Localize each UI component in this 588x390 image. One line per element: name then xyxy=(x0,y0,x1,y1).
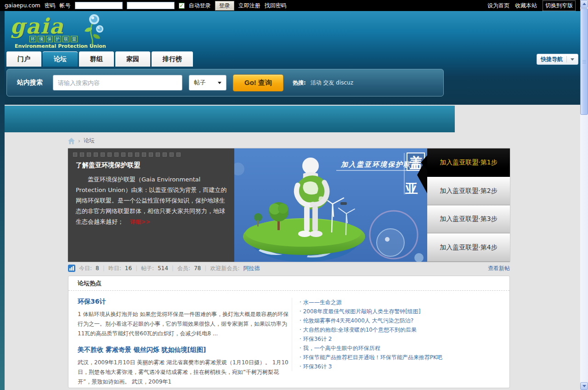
home-icon[interactable] xyxy=(68,138,75,144)
hot-topic-link[interactable]: 2008年度最佳气候图片敲响人类生存警钟[组图] xyxy=(303,308,421,315)
hot-topic-link[interactable]: 我，一个高中生眼中的环保历程 xyxy=(303,345,380,351)
topbar: gaiaepu.com 密码 帐号 ✓ 自动登录 登录 立即注册 找回密码 设为… xyxy=(0,0,580,11)
hot-topic-link[interactable]: 伦敦烟雾事件4天死4000人 大气污染怎防治? xyxy=(303,317,413,324)
hot-topic-link[interactable]: 大自然的抱怨:全球变暖的10个意想不到的后果 xyxy=(303,327,417,333)
slider-dot[interactable] xyxy=(101,153,105,157)
slider-dot[interactable] xyxy=(87,153,91,157)
members-count: 78 xyxy=(194,265,201,271)
login-button[interactable]: 登录 xyxy=(215,1,234,11)
list-item: 水——生命之源 xyxy=(300,298,501,307)
chevron-down-icon xyxy=(218,82,221,86)
hot-search-keywords[interactable]: 活动 交友 discuz xyxy=(311,79,353,86)
account-label: 帐号 xyxy=(60,2,71,10)
hot-topic-link[interactable]: 环保节能产品推荐栏目开通啦！环保节能产品来推荐PK吧 xyxy=(303,354,442,361)
breadcrumb-forum[interactable]: 论坛 xyxy=(84,137,95,145)
set-home-link[interactable]: 设为首页 xyxy=(487,2,509,10)
main-nav: 门户 论坛 群组 家园 排行榜 快捷导航 xyxy=(6,51,578,67)
article-summary: 武汉，2009年1月10日 美丽的雾凇 湖北省襄樊市的雾凇景观（1月10日摄）。… xyxy=(78,358,290,387)
tab-portal[interactable]: 门户 xyxy=(6,51,41,67)
vertical-scrollbar[interactable] xyxy=(580,0,588,390)
site-link[interactable]: gaiaepu.com xyxy=(5,2,40,9)
tab-ranking[interactable]: 排行榜 xyxy=(152,51,193,67)
divider: | xyxy=(136,265,137,271)
scrollbar-thumb[interactable] xyxy=(580,8,588,115)
tab-forum[interactable]: 论坛 xyxy=(43,51,78,67)
banner-title: 了解盖亚环境保护联盟 xyxy=(76,161,227,170)
account-input[interactable] xyxy=(75,2,123,9)
slider-dot[interactable] xyxy=(128,153,132,157)
search-label: 站内搜索 xyxy=(17,79,43,87)
slider-dot[interactable] xyxy=(80,153,84,157)
hotspot-link-list: 水——生命之源 2008年度最佳气候图片敲响人类生存警钟[组图] 伦敦烟雾事件4… xyxy=(292,298,501,371)
hot-topic-link[interactable]: 环保36计 3 xyxy=(303,363,332,370)
auto-login-checkbox[interactable]: ✓ xyxy=(179,3,185,9)
banner-step-tabs: 加入盖亚联盟·第1步 加入盖亚联盟·第2步 加入盖亚联盟·第3步 加入盖亚联盟·… xyxy=(427,148,510,262)
list-item: 环保节能产品推荐栏目开通啦！环保节能产品来推荐PK吧 xyxy=(300,353,501,362)
yesterday-count: 16 xyxy=(125,265,132,271)
join-step-2-button[interactable]: 加入盖亚联盟·第2步 xyxy=(427,177,510,205)
quick-nav-label: 快捷导航 xyxy=(541,56,563,63)
banner-text-panel: 了解盖亚环境保护联盟 盖亚环境保护联盟（Gaia Environmental P… xyxy=(68,148,234,262)
teal-banner-band xyxy=(5,106,455,132)
scroll-up-button[interactable] xyxy=(580,0,588,8)
hotspot-columns: 环保36计 1 体贴环境从换灯泡开始 如果您觉得环保是一件困难的事，换灯泡大概是… xyxy=(68,291,509,388)
join-step-3-button[interactable]: 加入盖亚联盟·第3步 xyxy=(427,205,510,234)
switch-narrow-link[interactable]: 切换到窄版 xyxy=(543,0,576,11)
banner-image[interactable]: 加入盖亚环境保护联盟… 盖 亚 xyxy=(234,148,427,262)
slider-dot[interactable] xyxy=(156,153,160,157)
slider-dot[interactable] xyxy=(170,153,174,157)
article-summary: 1 体贴环境从换灯泡开始 如果您觉得环保是一件困难的事，换灯泡大概是最容易的环保… xyxy=(78,310,290,339)
forum-stats-bar: 今日: 8 | 昨日: 16 | 帖子: 514 | 会员: 78 | 欢迎新会… xyxy=(68,263,510,273)
banner-more-link[interactable]: 详细>> xyxy=(130,219,150,225)
hot-topic-link[interactable]: 环保36计 2 xyxy=(303,336,332,342)
breadcrumb: › 论坛 xyxy=(68,137,95,145)
new-member-link[interactable]: 阿拉德 xyxy=(243,265,260,272)
site-logo[interactable]: gaia 环境保护联盟 Environmental Protection Uni… xyxy=(10,16,116,52)
search-type-value: 帖子 xyxy=(194,79,206,87)
page-wrapper: gaia 环境保护联盟 Environmental Protection Uni… xyxy=(5,11,580,390)
view-new-posts-link[interactable]: 查看新帖 xyxy=(488,265,510,272)
breadcrumb-separator: › xyxy=(78,138,80,144)
register-link[interactable]: 立即注册 xyxy=(238,2,260,10)
slider-dot[interactable] xyxy=(121,153,125,157)
banner-char-ya: 亚 xyxy=(405,181,418,196)
forgot-password-link[interactable]: 找回密码 xyxy=(265,2,287,10)
list-item: 环保36计 2 xyxy=(300,334,501,344)
auto-login-label: 自动登录 xyxy=(189,2,211,10)
search-type-select[interactable]: 帖子 xyxy=(189,75,226,90)
join-step-4-button[interactable]: 加入盖亚联盟·第4步 xyxy=(427,233,510,262)
slider-pagination xyxy=(73,153,181,157)
arrow-up-icon xyxy=(582,1,586,5)
quick-nav-button[interactable]: 快捷导航 xyxy=(537,54,578,65)
today-count: 8 xyxy=(96,265,99,271)
scroll-down-button[interactable] xyxy=(580,382,588,390)
tab-home[interactable]: 家园 xyxy=(115,51,150,67)
chevron-down-icon xyxy=(571,58,574,62)
earth-hug-illustration: 加入盖亚环境保护联盟… 盖 亚 xyxy=(234,148,427,262)
slider-dot[interactable] xyxy=(176,153,181,157)
slider-dot[interactable] xyxy=(163,153,167,157)
slider-dot[interactable] xyxy=(149,153,153,157)
slider-dot[interactable] xyxy=(135,153,139,157)
divider xyxy=(566,56,567,62)
search-input[interactable] xyxy=(53,75,182,90)
tab-groups[interactable]: 群组 xyxy=(79,51,114,67)
grip-icon xyxy=(582,62,586,62)
article-title-link[interactable]: 美不胜收 雾凇奇景 银丝闪烁 犹如仙境[组图] xyxy=(78,346,290,354)
divider: | xyxy=(204,265,206,271)
article-title-link[interactable]: 环保36计 xyxy=(78,298,290,306)
hot-topic-link[interactable]: 水——生命之源 xyxy=(303,299,342,305)
slider-dot[interactable] xyxy=(107,153,112,157)
search-go-button[interactable]: Go! 查询 xyxy=(233,74,283,91)
posts-label: 帖子: xyxy=(141,265,154,272)
join-step-1-button[interactable]: 加入盖亚联盟·第1步 xyxy=(427,148,510,177)
welcome-label: 欢迎新会员: xyxy=(210,265,239,272)
logo-chinese: 环境保护联盟 xyxy=(29,36,78,42)
hotspot-articles: 环保36计 1 体贴环境从换灯泡开始 如果您觉得环保是一件困难的事，换灯泡大概是… xyxy=(78,298,290,390)
slider-dot[interactable] xyxy=(114,153,119,157)
password-input[interactable] xyxy=(127,2,175,9)
favorite-link[interactable]: 收藏本站 xyxy=(515,2,537,10)
slider-dot[interactable] xyxy=(94,153,98,157)
slider-dot[interactable] xyxy=(142,153,146,157)
slider-dot[interactable] xyxy=(73,153,77,157)
